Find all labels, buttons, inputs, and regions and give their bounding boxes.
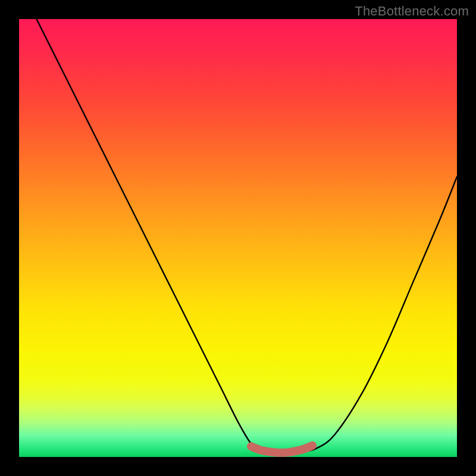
- plot-area: [19, 19, 457, 457]
- chart-frame: TheBottleneck.com: [0, 0, 476, 476]
- valley-marker: [251, 446, 312, 453]
- valley-marker-dot-right: [309, 441, 317, 449]
- main-curve: [36, 19, 457, 453]
- curve-layer: [19, 19, 457, 457]
- valley-marker-dot-left: [248, 443, 255, 450]
- watermark-text: TheBottleneck.com: [355, 4, 469, 19]
